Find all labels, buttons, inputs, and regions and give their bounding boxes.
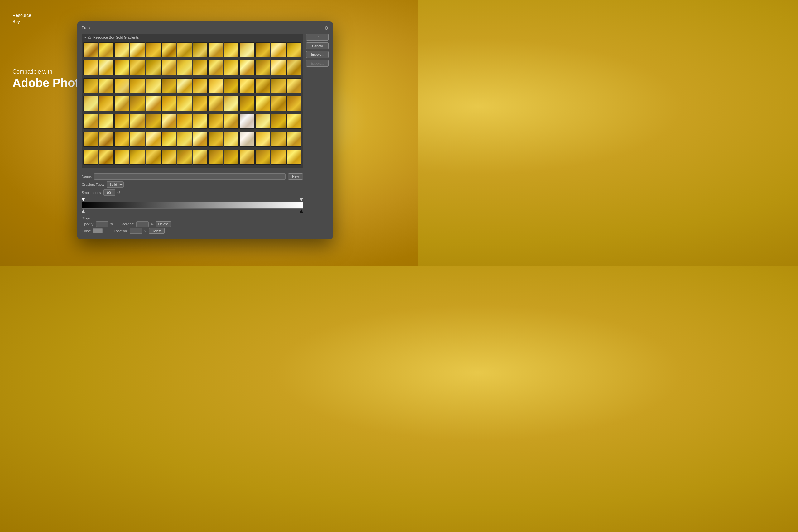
gradient-item[interactable] [224,132,239,147]
gradient-item[interactable] [114,114,129,129]
color-delete-button[interactable]: Delete [149,228,165,234]
gradient-item[interactable] [193,42,208,57]
gradient-item[interactable] [130,60,145,75]
opacity-input[interactable] [96,221,109,227]
gradient-item[interactable] [286,60,301,75]
gradient-item[interactable] [193,60,208,75]
gradient-item[interactable] [240,96,254,111]
folder-collapse-arrow[interactable]: ▾ [84,36,86,39]
gradient-item[interactable] [208,78,223,93]
gradient-item[interactable] [83,42,98,57]
gradient-item[interactable] [224,42,239,57]
gradient-item[interactable] [177,78,192,93]
gradient-item[interactable] [130,132,145,147]
gradient-item[interactable] [99,150,114,165]
gradient-item[interactable] [193,114,208,129]
gradient-item[interactable] [162,96,176,111]
top-stop-right[interactable] [300,198,303,201]
gradient-item[interactable] [130,78,145,93]
name-input[interactable] [94,173,286,179]
gradient-item[interactable] [83,60,98,75]
gradient-item[interactable] [83,96,98,111]
gradient-item[interactable] [255,42,270,57]
gradient-item[interactable] [177,60,192,75]
gradient-preview-bar[interactable] [82,202,303,209]
gradient-item[interactable] [240,150,254,165]
gradient-item[interactable] [208,42,223,57]
gradient-item[interactable] [240,78,254,93]
gradient-item[interactable] [208,132,223,147]
gradient-item[interactable] [286,150,301,165]
gradient-item[interactable] [240,60,254,75]
top-stop-left[interactable] [82,198,85,201]
opacity-delete-button[interactable]: Delete [155,221,171,227]
gradient-item[interactable] [114,60,129,75]
gradient-item[interactable] [162,132,176,147]
gradient-item[interactable] [177,114,192,129]
gradient-item[interactable] [271,96,286,111]
gradient-item[interactable] [162,114,176,129]
gradient-item[interactable] [114,150,129,165]
gradient-item[interactable] [255,78,270,93]
gradient-item[interactable] [193,132,208,147]
gradient-item[interactable] [271,42,286,57]
gradient-item[interactable] [99,132,114,147]
gradient-item[interactable] [286,78,301,93]
gradient-item[interactable] [130,42,145,57]
gradient-item[interactable] [271,60,286,75]
gradient-item[interactable] [162,78,176,93]
gradient-item[interactable] [286,132,301,147]
gradient-item[interactable] [177,150,192,165]
gradient-item[interactable] [286,114,301,129]
gradient-item[interactable] [255,114,270,129]
gradient-item[interactable] [114,42,129,57]
gradient-item[interactable] [208,114,223,129]
gradient-item[interactable] [240,132,254,147]
export-button[interactable]: Export... [306,60,328,67]
gradient-item[interactable] [162,150,176,165]
gradient-item[interactable] [224,78,239,93]
gradient-item[interactable] [224,96,239,111]
gradient-item[interactable] [130,96,145,111]
gradient-item[interactable] [83,132,98,147]
gradient-item[interactable] [193,150,208,165]
gradient-item[interactable] [99,114,114,129]
gradient-item[interactable] [146,114,161,129]
gradient-item[interactable] [208,150,223,165]
gradient-item[interactable] [255,132,270,147]
gradient-item[interactable] [240,42,254,57]
gradient-item[interactable] [99,78,114,93]
gradient-item[interactable] [271,114,286,129]
gradient-item[interactable] [99,96,114,111]
gradient-item[interactable] [162,42,176,57]
gradient-item[interactable] [255,96,270,111]
gradient-item[interactable] [146,132,161,147]
gradient-item[interactable] [224,114,239,129]
gradient-item[interactable] [240,114,254,129]
gradient-item[interactable] [114,78,129,93]
gradient-item[interactable] [193,96,208,111]
gradient-item[interactable] [271,78,286,93]
gradient-item[interactable] [255,60,270,75]
gradient-item[interactable] [208,60,223,75]
gradient-item[interactable] [193,78,208,93]
gradient-item[interactable] [177,96,192,111]
gradient-item[interactable] [271,150,286,165]
smoothness-input[interactable] [103,189,115,196]
gradient-item[interactable] [286,96,301,111]
gradient-item[interactable] [177,42,192,57]
gradient-item[interactable] [114,132,129,147]
gradient-item[interactable] [146,78,161,93]
import-button[interactable]: Import... [306,51,328,58]
gradient-item[interactable] [271,132,286,147]
gradient-item[interactable] [99,60,114,75]
gradient-item[interactable] [83,150,98,165]
opacity-location-input[interactable] [136,221,149,227]
gradient-item[interactable] [255,150,270,165]
gradient-item[interactable] [99,42,114,57]
new-button[interactable]: New [288,173,303,179]
color-location-input[interactable] [130,228,142,234]
gradient-item[interactable] [162,60,176,75]
gradient-item[interactable] [146,150,161,165]
gradient-type-select[interactable]: Solid [107,182,124,188]
